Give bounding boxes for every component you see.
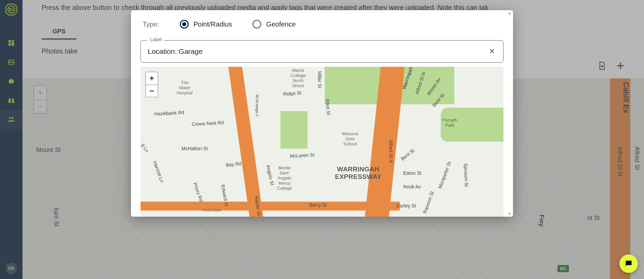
radio-indicator-icon [252,20,261,29]
map-street-label: Hazelbank Rd [154,110,185,117]
dialog-map[interactable]: + − Marist College North Shore The Mater… [141,67,503,217]
map-street-label: Spruson St [463,163,469,187]
label-field-legend: Label [147,37,164,42]
map-street-label: Crows Nest Rd [192,120,224,127]
map-street-label: W-St-stage-1 [255,95,259,117]
clear-input-icon[interactable]: ✕ [487,47,496,56]
map-place-label: The Mater Hospital [177,80,193,96]
map-street-label: Berry St [309,202,327,208]
radio-indicator-icon [180,20,189,29]
map-street-label: Rawson St [422,190,435,214]
map-street-label: McLaren St [290,152,314,159]
location-dialog: ▲▼ Type: Point/Radius Geofence Label ✕ [131,10,513,217]
map-street-label: Bent St [400,148,415,162]
map-street-label: Darley St [396,203,416,208]
map-street-label: McHatton St [181,146,208,151]
map-street-label: Eaton St [403,170,422,176]
help-chat-button[interactable] [619,254,638,273]
radio-label: Point/Radius [193,20,232,28]
map-street-label: Montpelier St [437,161,452,189]
map-street-label: Harriott Ln [152,160,165,183]
label-input[interactable] [148,47,487,56]
map-street-label: Priory Rd [192,182,204,202]
map-place-label: WARRINGAH EXPRESSWAY [335,166,381,181]
dialog-scrollbar[interactable]: ▲▼ [507,11,512,216]
modal-overlay[interactable]: ▲▼ Type: Point/Radius Geofence Label ✕ [0,0,644,279]
map-street-label: Angelo St [265,165,275,186]
dialog-zoom-out-button[interactable]: − [146,84,158,97]
map-street-label: Miller St [317,71,322,89]
map-place-label: Monte Sant' Angelo Mercy College [277,166,292,191]
map-place-label: Marist College North Shore [291,68,306,89]
map-place-label: Wenona Girls School [342,131,358,147]
map-street-label: Ridge St [283,90,302,97]
map-street-label: Nook Av [403,184,421,189]
dialog-map-zoom: + − [145,72,158,97]
type-label: Type: [143,20,159,28]
radio-label: Geofence [266,20,296,28]
dialog-zoom-in-button[interactable]: + [146,72,158,84]
radio-geofence[interactable]: Geofence [252,20,296,29]
radio-point-radius[interactable]: Point/Radius [180,20,232,29]
map-place-label: Forsyth Park [442,118,457,128]
map-place-label: Australian [202,208,222,213]
map-street-label: Bay Rd [225,161,241,168]
map-street-label: Alfred St N [388,140,394,163]
map-street-label: g Ln [141,142,150,153]
